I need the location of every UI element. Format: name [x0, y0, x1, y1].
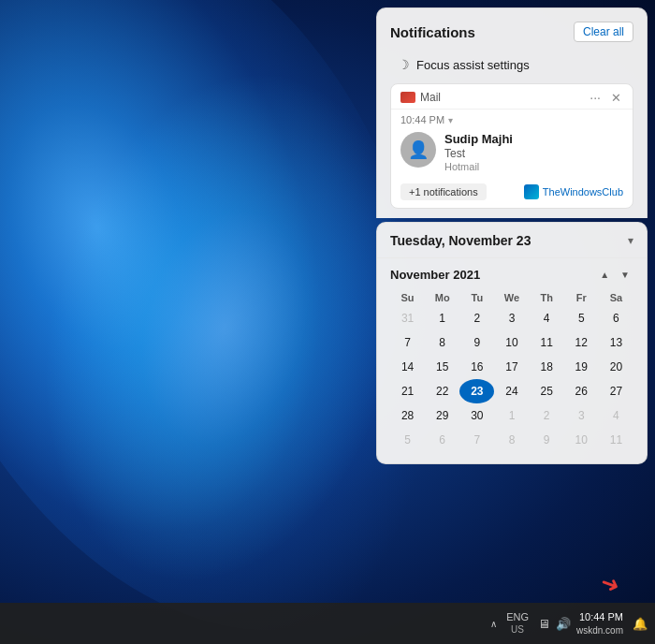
- clear-all-button[interactable]: Clear all: [574, 22, 633, 42]
- calendar-month-title: November 2021: [390, 268, 480, 282]
- calendar-day-cell[interactable]: 12: [564, 330, 599, 355]
- calendar-day-cell[interactable]: 18: [530, 355, 564, 379]
- lang-top: ENG: [506, 611, 529, 623]
- calendar-day-cell[interactable]: 20: [599, 355, 633, 379]
- calendar-weekday-header: Fr: [564, 289, 599, 306]
- calendar-week-row: 14151617181920: [390, 355, 633, 379]
- calendar-day-cell[interactable]: 9: [459, 330, 494, 355]
- calendar-date-header[interactable]: Tuesday, November 23 ▾: [377, 223, 647, 258]
- calendar-grid: SuMoTuWeThFrSa 3112345678910111213141516…: [390, 289, 633, 452]
- mail-notification-card: Mail ··· ✕ 10:44 PM ▾ 👤 Sudip Majhi Test: [390, 83, 633, 209]
- calendar-day-cell[interactable]: 3: [494, 306, 529, 330]
- calendar-day-cell[interactable]: 6: [599, 306, 633, 330]
- mail-time: 10:44 PM: [400, 114, 444, 125]
- mail-app-icon: [400, 92, 415, 103]
- calendar-day-cell[interactable]: 23: [459, 379, 494, 403]
- calendar-prev-button[interactable]: ▲: [596, 268, 613, 282]
- calendar-week-row: 2829301234: [390, 403, 633, 428]
- calendar-body: November 2021 ▲ ▼ SuMoTuWeThFrSa 3112345…: [377, 258, 647, 463]
- lang-bottom: US: [511, 624, 524, 636]
- volume-icon[interactable]: 🔊: [556, 617, 571, 631]
- calendar-day-cell[interactable]: 13: [599, 330, 633, 355]
- tray-expand-button[interactable]: ∧: [490, 619, 497, 629]
- calendar-nav-buttons: ▲ ▼: [596, 268, 633, 282]
- calendar-day-cell[interactable]: 2: [530, 403, 564, 428]
- calendar-day-cell[interactable]: 28: [390, 403, 425, 428]
- mail-time-row: 10:44 PM ▾: [391, 110, 633, 128]
- mail-text: Sudip Majhi Test Hotmail: [444, 132, 623, 172]
- calendar-day-cell[interactable]: 2: [459, 306, 494, 330]
- calendar-day-cell[interactable]: 31: [390, 306, 425, 330]
- calendar-week-row: 78910111213: [390, 330, 633, 355]
- calendar-day-cell[interactable]: 17: [494, 355, 529, 379]
- calendar-weekday-header: Mo: [425, 289, 459, 306]
- windows-club-icon: [524, 184, 539, 199]
- calendar-day-cell[interactable]: 9: [530, 428, 564, 452]
- calendar-day-cell[interactable]: 27: [599, 379, 633, 403]
- calendar-week-row: 567891011: [390, 428, 633, 452]
- calendar-day-cell[interactable]: 7: [459, 428, 494, 452]
- calendar-weekday-header: Th: [530, 289, 564, 306]
- calendar-day-cell[interactable]: 14: [390, 355, 425, 379]
- calendar-day-cell[interactable]: 8: [425, 330, 459, 355]
- mail-app-label: Mail: [400, 91, 441, 104]
- notifications-panel: Notifications Clear all ☽ Focus assist s…: [376, 7, 648, 218]
- moon-icon: ☽: [398, 57, 410, 72]
- calendar-day-cell[interactable]: 4: [530, 306, 564, 330]
- taskbar: ∧ ENG US 🖥 🔊 10:44 PM wskdn.com 🔔: [0, 603, 655, 644]
- calendar-day-cell[interactable]: 1: [425, 306, 459, 330]
- calendar-day-cell[interactable]: 15: [425, 355, 459, 379]
- mail-header-actions: ··· ✕: [587, 90, 623, 105]
- calendar-day-cell[interactable]: 8: [494, 428, 529, 452]
- calendar-week-row: 21222324252627: [390, 379, 633, 403]
- notifications-title: Notifications: [390, 24, 475, 40]
- calendar-day-cell[interactable]: 21: [390, 379, 425, 403]
- calendar-day-cell[interactable]: 16: [459, 355, 494, 379]
- more-notifications-button[interactable]: +1 notifications: [400, 183, 487, 200]
- calendar-day-cell[interactable]: 6: [425, 428, 459, 452]
- calendar-day-cell[interactable]: 11: [599, 428, 633, 452]
- calendar-month-nav: November 2021 ▲ ▼: [390, 268, 633, 282]
- focus-assist-settings[interactable]: ☽ Focus assist settings: [390, 51, 633, 78]
- calendar-day-cell[interactable]: 25: [530, 379, 564, 403]
- notifications-header: Notifications Clear all: [390, 22, 633, 42]
- network-icon[interactable]: 🖥: [538, 617, 550, 631]
- person-icon: 👤: [408, 139, 429, 160]
- calendar-body-rows: 3112345678910111213141516171819202122232…: [390, 306, 633, 452]
- calendar-day-cell[interactable]: 7: [390, 330, 425, 355]
- avatar: 👤: [400, 132, 436, 168]
- calendar-day-cell[interactable]: 10: [564, 428, 599, 452]
- language-indicator[interactable]: ENG US: [506, 611, 529, 635]
- calendar-day-cell[interactable]: 4: [599, 403, 633, 428]
- calendar-day-cell[interactable]: 3: [564, 403, 599, 428]
- windows-club-link[interactable]: TheWindowsClub: [524, 184, 623, 199]
- mail-subject: Test: [444, 147, 623, 160]
- mail-card-footer: +1 notifications TheWindowsClub: [391, 180, 633, 208]
- mail-content: 👤 Sudip Majhi Test Hotmail: [391, 128, 633, 180]
- calendar-day-cell[interactable]: 11: [530, 330, 564, 355]
- calendar-header-row: SuMoTuWeThFrSa: [390, 289, 633, 306]
- mail-app-name: Mail: [420, 91, 441, 104]
- clock[interactable]: 10:44 PM wskdn.com: [576, 610, 623, 636]
- system-tray: ∧: [490, 619, 497, 629]
- calendar-date-title: Tuesday, November 23: [390, 233, 531, 248]
- calendar-day-cell[interactable]: 5: [390, 428, 425, 452]
- calendar-weekday-header: Tu: [459, 289, 494, 306]
- time-chevron-icon: ▾: [448, 115, 453, 125]
- clock-date: wskdn.com: [576, 624, 623, 637]
- calendar-next-button[interactable]: ▼: [617, 268, 633, 282]
- calendar-day-cell[interactable]: 10: [494, 330, 529, 355]
- calendar-day-cell[interactable]: 5: [564, 306, 599, 330]
- mail-account: Hotmail: [444, 161, 623, 172]
- calendar-day-cell[interactable]: 22: [425, 379, 459, 403]
- calendar-day-cell[interactable]: 1: [494, 403, 529, 428]
- mail-more-options-button[interactable]: ···: [587, 90, 604, 105]
- calendar-day-cell[interactable]: 26: [564, 379, 599, 403]
- focus-assist-label: Focus assist settings: [416, 58, 530, 72]
- calendar-day-cell[interactable]: 19: [564, 355, 599, 379]
- notification-bell-icon[interactable]: 🔔: [633, 617, 648, 631]
- calendar-day-cell[interactable]: 30: [459, 403, 494, 428]
- mail-close-button[interactable]: ✕: [609, 91, 623, 105]
- calendar-day-cell[interactable]: 29: [425, 403, 459, 428]
- calendar-day-cell[interactable]: 24: [494, 379, 529, 403]
